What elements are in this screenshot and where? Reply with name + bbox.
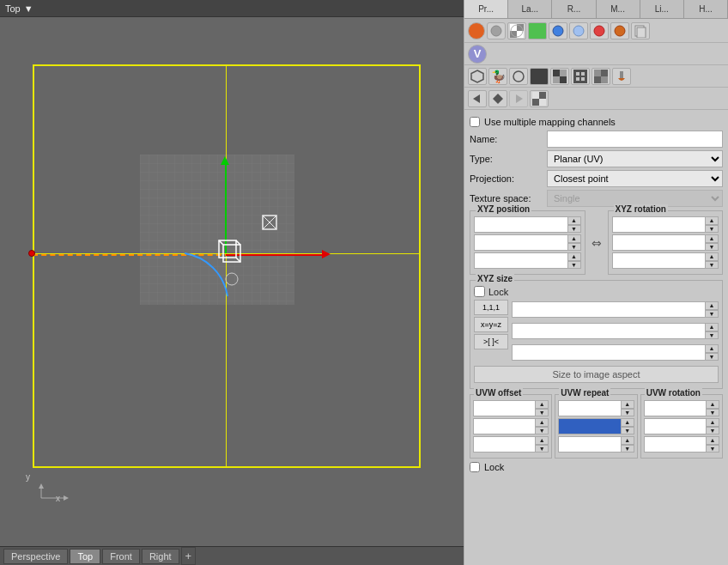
uvw-repeat-v-arrows: ▲ ▼ [621,418,634,434]
uvw-offset-u-up[interactable]: ▲ [535,400,549,409]
tb-sphere-blue[interactable] [549,22,567,39]
tb-green-square[interactable] [528,22,547,39]
xyz-size-v2-up[interactable]: ▲ [705,323,719,331]
tab-front[interactable]: Front [102,549,140,564]
tb-sphere-red[interactable] [590,22,609,39]
uvw-offset-v-up[interactable]: ▲ [535,418,549,427]
uvw-offset-u-down[interactable]: ▼ [535,409,549,417]
use-multiple-mapping-checkbox[interactable] [470,117,480,127]
tb-checker2[interactable] [550,68,569,85]
preset-111-btn[interactable]: 1,1,1 [474,300,508,315]
tb-sphere-gray[interactable] [487,22,506,39]
panel-tab-2[interactable]: R... [552,0,596,18]
tb-pages-icon[interactable] [631,22,650,39]
svg-rect-46 [539,92,546,99]
tab-add-button[interactable]: + [181,547,197,565]
uvw-rot-w-up[interactable]: ▲ [706,436,719,445]
name-input[interactable] [547,131,723,148]
xyz-size-lock-checkbox[interactable] [474,286,485,297]
uvw-offset-v-down[interactable]: ▼ [535,427,549,435]
viewport-header[interactable]: Top ▼ [0,0,464,17]
panel-tab-3[interactable]: M... [597,0,640,18]
uvw-rot-w-down[interactable]: ▼ [706,445,719,453]
projection-select[interactable]: Closest point [547,170,723,187]
tb-hexagon[interactable] [468,68,487,85]
viewport-canvas[interactable]: y x [0,17,464,546]
uvw-rot-v-down[interactable]: ▼ [706,427,719,435]
xyz-size-v1-up[interactable]: ▲ [705,301,719,310]
tb-sphere-orange[interactable] [610,22,629,39]
xyz-size-v2-input[interactable]: 214.978 [512,323,719,339]
tb-sphere-color[interactable] [468,22,485,39]
xyz-size-v2-down[interactable]: ▼ [705,331,719,340]
uvw-rot-u-up[interactable]: ▲ [706,400,719,409]
tb-checker3[interactable] [571,68,590,85]
tb-vex-icon[interactable]: V [468,45,487,64]
uvw-repeat-u-up[interactable]: ▲ [621,400,634,409]
tb-checker4[interactable] [592,68,610,85]
xyz-rot-z-down[interactable]: ▼ [705,261,719,270]
xyz-pos-x-down[interactable]: ▼ [567,225,581,234]
svg-rect-2 [223,245,240,262]
xyz-rot-z-up[interactable]: ▲ [705,252,719,261]
xyz-rot-y-input[interactable]: -0.000 [612,234,719,251]
svg-marker-26 [471,70,483,82]
xyz-size-v3-up[interactable]: ▲ [705,344,719,353]
xyz-size-v1-down[interactable]: ▼ [705,310,719,319]
uvw-rot-u-down[interactable]: ▼ [706,409,719,417]
preset-brackets-btn[interactable]: >[ ]< [474,334,508,349]
tab-top[interactable]: Top [70,549,100,564]
tb-diamond[interactable] [488,90,507,107]
xyz-size-v3-input[interactable]: 1.000 [512,344,719,361]
type-select[interactable]: Planar (UV) [547,150,723,167]
xyz-rot-x-input[interactable]: 0.000 [612,216,719,233]
viewport-dropdown-arrow[interactable]: ▼ [24,3,33,14]
tb-checker5[interactable] [530,90,549,107]
xyz-pos-y-input[interactable]: -3.195 [474,234,581,251]
uvw-repeat-u-down[interactable]: ▼ [621,409,634,417]
xyz-pos-z-up[interactable]: ▲ [567,252,581,261]
tb-circle-icon[interactable] [509,68,528,85]
tab-perspective[interactable]: Perspective [3,549,68,564]
panel-tab-4[interactable]: Li... [640,0,684,18]
size-to-image-btn[interactable]: Size to image aspect [474,366,719,383]
xyz-rot-y-down[interactable]: ▼ [705,243,719,252]
uvw-rot-w-wrap: 0.000 ▲ ▼ [644,436,719,453]
xyz-connector-icon[interactable]: ⇔ [589,210,604,275]
panel-tab-5[interactable]: H... [684,0,728,18]
tb-arrow-right[interactable] [509,90,528,107]
tb-sphere-light[interactable] [569,22,588,39]
tb-brush-icon[interactable] [612,68,631,85]
panel-tab-0[interactable]: Pr... [464,0,508,18]
xyz-pos-x-input[interactable]: -2.528 [474,216,581,233]
tb-duck-icon[interactable]: 🦆 [488,68,507,85]
tb-sphere-checker[interactable] [507,22,526,39]
xyz-rot-y-up[interactable]: ▲ [705,234,719,243]
preset-xyz-btn[interactable]: x=y=z [474,317,508,332]
tb-black-sq1[interactable] [530,68,549,85]
uvw-offset-u-arrows: ▲ ▼ [535,400,549,416]
uvw-repeat-w-down[interactable]: ▼ [621,445,634,453]
xyz-rotation-title: XYZ rotation [614,204,668,214]
panel-scrollable[interactable]: Use multiple mapping channels Name: Type… [464,110,728,565]
uvw-offset-w-up[interactable]: ▲ [535,436,549,445]
uvw-rot-v-up[interactable]: ▲ [706,418,719,427]
uvw-repeat-v-up[interactable]: ▲ [621,418,634,427]
uvw-repeat-v-down[interactable]: ▼ [621,427,634,435]
uvw-offset-w-down[interactable]: ▼ [535,445,549,453]
tab-right[interactable]: Right [142,549,179,564]
xyz-pos-y-down[interactable]: ▼ [567,243,581,252]
xyz-pos-x-up[interactable]: ▲ [567,216,581,225]
uvw-lock-checkbox[interactable] [470,462,480,472]
xyz-rot-z-input[interactable]: 0.000 [612,252,719,269]
uvw-repeat-w-up[interactable]: ▲ [621,436,634,445]
xyz-size-v3-down[interactable]: ▼ [705,353,719,361]
xyz-pos-y-up[interactable]: ▲ [567,234,581,243]
xyz-pos-z-input[interactable]: -0.000 [474,252,581,269]
panel-tab-1[interactable]: La... [508,0,552,18]
tb-arrow-left[interactable] [468,90,487,107]
xyz-pos-z-down[interactable]: ▼ [567,261,581,270]
xyz-rot-x-up[interactable]: ▲ [705,216,719,225]
xyz-size-v1-input[interactable]: 219.639 [512,301,719,318]
xyz-rot-x-down[interactable]: ▼ [705,225,719,234]
